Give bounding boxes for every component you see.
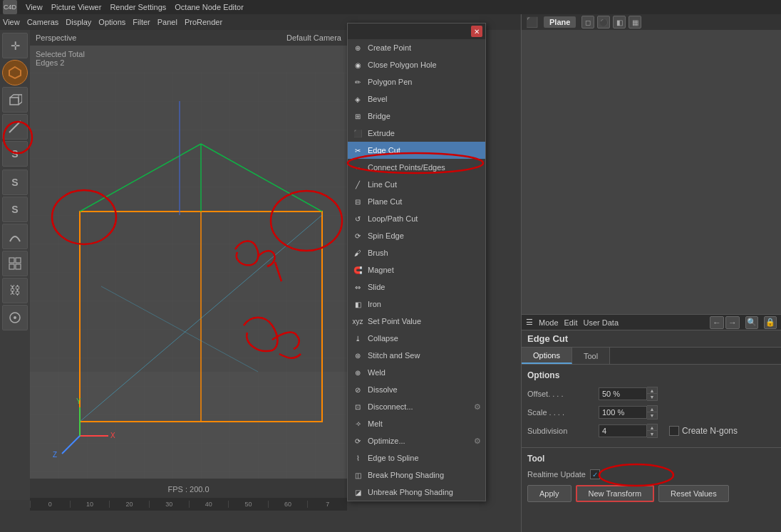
close-polygon-icon: ◉ bbox=[352, 59, 363, 71]
menu-dissolve[interactable]: ⊘ Dissolve bbox=[348, 381, 485, 398]
svg-text:Y: Y bbox=[76, 397, 81, 405]
props-edit[interactable]: Edit bbox=[564, 318, 578, 327]
menu-unbreak-phong[interactable]: ◪ Unbreak Phong Shading bbox=[348, 484, 485, 501]
menu-optimize[interactable]: ⟳ Optimize... ⚙ bbox=[348, 432, 485, 449]
toolbar-filter[interactable]: Filter bbox=[133, 18, 150, 26]
scale-down[interactable]: ▼ bbox=[647, 412, 657, 419]
svg-rect-6 bbox=[16, 264, 21, 269]
realtime-checkbox[interactable]: ✓ bbox=[590, 469, 600, 479]
tab-tool[interactable]: Tool bbox=[572, 348, 610, 364]
realtime-label: Realtime Update bbox=[527, 470, 586, 479]
menu-view[interactable]: View bbox=[26, 3, 43, 11]
menu-octane[interactable]: Octane Node Editor bbox=[175, 3, 244, 11]
sidebar-s1-icon[interactable]: S bbox=[2, 141, 28, 167]
menu-bevel[interactable]: ◈ Bevel bbox=[348, 90, 485, 108]
menu-create-point[interactable]: ⊕ Create Point bbox=[348, 39, 485, 56]
toolbar-prorender[interactable]: ProRender bbox=[185, 18, 222, 26]
menu-optimize-left: ⟳ Optimize... bbox=[352, 435, 405, 447]
tab-row: Options Tool bbox=[522, 348, 781, 365]
subdivision-up[interactable]: ▲ bbox=[647, 424, 657, 431]
sidebar-bend-icon[interactable] bbox=[2, 224, 28, 249]
new-transform-button[interactable]: New Transform bbox=[576, 485, 655, 502]
menu-iron[interactable]: ◧ Iron bbox=[348, 296, 485, 313]
menu-collapse[interactable]: ⤓ Collapse bbox=[348, 330, 485, 347]
menu-line-cut[interactable]: ╱ Line Cut bbox=[348, 176, 485, 193]
plane-icon-3[interactable]: ◧ bbox=[613, 16, 626, 28]
offset-down[interactable]: ▼ bbox=[647, 394, 657, 400]
set-point-icon: xyz bbox=[352, 315, 363, 327]
menu-stitch-sew[interactable]: ⊛ Stitch and Sew bbox=[348, 347, 485, 364]
menu-close-polygon-hole[interactable]: ◉ Close Polygon Hole bbox=[348, 56, 485, 73]
nav-back[interactable]: ← bbox=[710, 316, 724, 329]
subdivision-spinbox[interactable]: 4 ▲ ▼ bbox=[599, 424, 658, 438]
viewport-canvas[interactable]: X Y Z bbox=[30, 73, 347, 479]
plane-icon-2[interactable]: ⚫ bbox=[597, 16, 610, 28]
offset-input[interactable]: 50 % bbox=[599, 387, 647, 400]
hamburger-icon-props[interactable]: ☰ bbox=[526, 318, 533, 327]
menu-picture-viewer[interactable]: Picture Viewer bbox=[51, 3, 102, 11]
toolbar-display[interactable]: Display bbox=[66, 18, 91, 26]
menu-slide[interactable]: ⇔ Slide bbox=[348, 278, 485, 296]
toolbar-cameras[interactable]: Cameras bbox=[27, 18, 59, 26]
context-menu-header: ✕ bbox=[348, 24, 485, 39]
context-menu-close[interactable]: ✕ bbox=[471, 26, 482, 37]
iron-icon: ◧ bbox=[352, 298, 363, 310]
sidebar-s2-icon[interactable]: S bbox=[2, 169, 28, 195]
offset-spinbox[interactable]: 50 % ▲ ▼ bbox=[599, 387, 658, 401]
menu-extrude[interactable]: ⬛ Extrude bbox=[348, 125, 485, 142]
menu-plane-cut[interactable]: ⊟ Plane Cut bbox=[348, 193, 485, 210]
menu-spin-edge[interactable]: ⟳ Spin Edge bbox=[348, 227, 485, 244]
menu-render-settings[interactable]: Render Settings bbox=[110, 3, 166, 11]
menu-edge-cut[interactable]: ✂ Edge Cut bbox=[348, 142, 485, 159]
plane-icon-4[interactable]: ▦ bbox=[629, 16, 641, 28]
offset-up[interactable]: ▲ bbox=[647, 387, 657, 394]
menu-disconnect-left: ⊡ Disconnect... bbox=[352, 401, 413, 412]
menu-bridge[interactable]: ⊞ Bridge bbox=[348, 108, 485, 125]
reset-values-button[interactable]: Reset Values bbox=[658, 485, 729, 502]
lock-icon-props[interactable]: 🔒 bbox=[764, 316, 777, 329]
object-viewport[interactable] bbox=[522, 30, 781, 315]
sidebar-chain-icon[interactable]: ⛓ bbox=[2, 278, 28, 303]
scale-spinbox[interactable]: 100 % ▲ ▼ bbox=[599, 405, 658, 419]
scale-input[interactable]: 100 % bbox=[599, 406, 647, 419]
app-logo: C4D bbox=[3, 0, 17, 14]
subdivision-label: Subdivision bbox=[527, 427, 599, 435]
menu-brush[interactable]: 🖌 Brush bbox=[348, 244, 485, 261]
nav-forward[interactable]: → bbox=[725, 316, 740, 329]
edges-count: Edges 2 bbox=[36, 58, 85, 67]
menu-loop-path-cut[interactable]: ↺ Loop/Path Cut bbox=[348, 210, 485, 227]
menu-edge-to-spline[interactable]: ⌇ Edge to Spline bbox=[348, 449, 485, 466]
menu-weld[interactable]: ⊕ Weld bbox=[348, 364, 485, 381]
create-ngons-checkbox[interactable] bbox=[669, 426, 679, 436]
apply-button[interactable]: Apply bbox=[527, 485, 571, 502]
viewport[interactable]: Perspective Default Camera Selected Tota… bbox=[30, 30, 347, 500]
scale-up[interactable]: ▲ bbox=[647, 406, 657, 412]
subdivision-down[interactable]: ▼ bbox=[647, 431, 657, 437]
tab-options[interactable]: Options bbox=[522, 348, 572, 364]
menu-connect-points[interactable]: ↔ Connect Points/Edges bbox=[348, 159, 485, 176]
sidebar-poly-icon[interactable] bbox=[2, 60, 28, 85]
search-icon-props[interactable]: 🔍 bbox=[745, 316, 758, 329]
toolbar-panel[interactable]: Panel bbox=[157, 18, 177, 26]
menu-melt[interactable]: ⟢ Melt bbox=[348, 415, 485, 432]
toolbar-view[interactable]: View bbox=[3, 18, 20, 26]
sidebar-circle-icon[interactable] bbox=[2, 305, 28, 330]
menu-set-point-value[interactable]: xyz Set Point Value bbox=[348, 313, 485, 330]
unbreak-phong-icon: ◪ bbox=[352, 486, 363, 498]
sidebar-edge-icon[interactable] bbox=[2, 114, 28, 140]
props-mode[interactable]: Mode bbox=[539, 318, 559, 327]
props-userdata[interactable]: User Data bbox=[584, 318, 619, 327]
menu-magnet[interactable]: 🧲 Magnet bbox=[348, 261, 485, 278]
menu-polygon-pen[interactable]: ✏ Polygon Pen bbox=[348, 73, 485, 90]
toolbar-options[interactable]: Options bbox=[98, 18, 125, 26]
top-menubar: C4D View Picture Viewer Render Settings … bbox=[0, 0, 781, 14]
sidebar-s3-icon[interactable]: S bbox=[2, 197, 28, 222]
sidebar-cube-icon[interactable] bbox=[2, 87, 28, 113]
plane-icon-1[interactable]: ◻ bbox=[581, 16, 594, 28]
sidebar-move-icon[interactable]: ✛ bbox=[2, 33, 28, 58]
menu-disconnect[interactable]: ⊡ Disconnect... ⚙ bbox=[348, 398, 485, 415]
subdivision-input[interactable]: 4 bbox=[599, 424, 647, 437]
sidebar-grid-icon[interactable] bbox=[2, 251, 28, 276]
slide-icon: ⇔ bbox=[352, 281, 363, 293]
menu-break-phong[interactable]: ◫ Break Phong Shading bbox=[348, 466, 485, 484]
